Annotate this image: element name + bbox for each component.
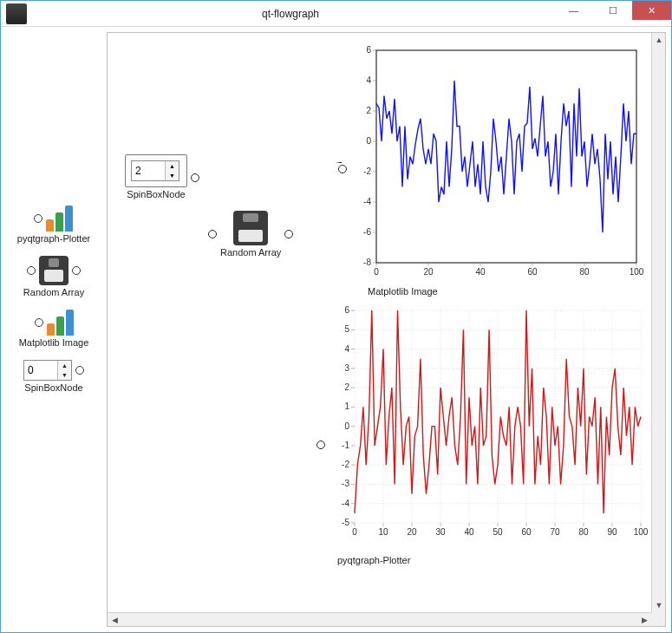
output-port[interactable] bbox=[191, 173, 199, 182]
svg-text:80: 80 bbox=[578, 527, 589, 537]
floppy-disk-icon bbox=[39, 256, 69, 285]
port-icon bbox=[35, 318, 43, 327]
port-icon bbox=[27, 266, 36, 275]
spin-down[interactable]: ▼ bbox=[166, 171, 179, 180]
port-icon bbox=[72, 266, 81, 275]
svg-text:-4: -4 bbox=[363, 197, 371, 206]
svg-text:-1: -1 bbox=[342, 440, 349, 450]
floppy-disk-icon bbox=[233, 211, 268, 245]
svg-text:6: 6 bbox=[344, 305, 349, 315]
vertical-scrollbar[interactable]: ▲ ▼ bbox=[651, 33, 665, 612]
bar-chart-icon bbox=[47, 310, 74, 336]
svg-text:40: 40 bbox=[475, 267, 486, 277]
palette-label: SpinBoxNode bbox=[24, 382, 82, 393]
svg-text:-5: -5 bbox=[342, 518, 349, 527]
svg-text:100: 100 bbox=[630, 267, 644, 277]
scroll-right-arrow[interactable]: ▶ bbox=[637, 613, 651, 627]
scroll-left-arrow[interactable]: ◀ bbox=[108, 613, 121, 627]
spinbox-widget[interactable]: ▲▼ bbox=[23, 360, 72, 381]
spin-up[interactable]: ▲ bbox=[166, 161, 179, 171]
svg-text:50: 50 bbox=[493, 527, 503, 537]
node-matplotlib-chart[interactable]: 020406080100-8-6-4-20246 Matplotlib Imag… bbox=[342, 42, 645, 284]
app-window: qt-flowgraph — ☐ ✕ pyqtgraph-Plotter bbox=[0, 0, 672, 633]
svg-text:2: 2 bbox=[344, 382, 349, 392]
svg-text:90: 90 bbox=[607, 527, 617, 537]
svg-text:20: 20 bbox=[423, 267, 434, 277]
svg-text:2: 2 bbox=[366, 106, 371, 115]
svg-text:70: 70 bbox=[550, 527, 560, 537]
spin-up[interactable]: ▲ bbox=[58, 361, 71, 370]
svg-text:10: 10 bbox=[378, 527, 388, 537]
svg-text:100: 100 bbox=[634, 527, 649, 537]
svg-text:0: 0 bbox=[352, 527, 357, 537]
palette-label: pyqtgraph-Plotter bbox=[17, 233, 90, 244]
spin-down[interactable]: ▼ bbox=[58, 370, 71, 380]
svg-text:40: 40 bbox=[464, 527, 474, 537]
node-label: pyqtgraph-Plotter bbox=[337, 555, 649, 565]
spinbox-value[interactable] bbox=[132, 161, 165, 180]
flowgraph-canvas[interactable]: ▲▼ SpinBoxNode Random Array bbox=[108, 33, 665, 626]
node-label: Random Array bbox=[220, 247, 281, 258]
output-port[interactable] bbox=[284, 230, 293, 238]
port-icon bbox=[75, 366, 84, 375]
svg-text:-3: -3 bbox=[342, 479, 349, 488]
svg-text:0: 0 bbox=[366, 136, 371, 146]
node-pyqtgraph-chart[interactable]: 0102030405060708090100-5-4-3-2-10123456 … bbox=[320, 302, 649, 553]
svg-text:0: 0 bbox=[374, 267, 379, 277]
connection-wires bbox=[108, 33, 368, 163]
palette-item-spinbox[interactable]: ▲▼ SpinBoxNode bbox=[23, 360, 84, 393]
node-spinbox[interactable]: ▲▼ SpinBoxNode bbox=[125, 154, 187, 199]
svg-text:-2: -2 bbox=[342, 460, 349, 469]
palette-item-matplotlib[interactable]: Matplotlib Image bbox=[19, 310, 89, 348]
input-port[interactable] bbox=[208, 230, 217, 238]
svg-text:-8: -8 bbox=[363, 258, 371, 267]
horizontal-scrollbar[interactable]: ◀ ▶ bbox=[108, 612, 651, 626]
titlebar[interactable]: qt-flowgraph — ☐ ✕ bbox=[1, 1, 671, 27]
node-label: Matplotlib Image bbox=[368, 286, 645, 297]
palette-item-pyqtgraph[interactable]: pyqtgraph-Plotter bbox=[17, 206, 90, 244]
input-port[interactable] bbox=[316, 440, 325, 449]
svg-text:4: 4 bbox=[344, 344, 349, 354]
spinbox-value[interactable] bbox=[24, 361, 57, 380]
svg-text:4: 4 bbox=[366, 75, 371, 85]
close-button[interactable]: ✕ bbox=[632, 1, 671, 20]
svg-text:20: 20 bbox=[407, 527, 417, 537]
canvas-container: ▲▼ SpinBoxNode Random Array bbox=[107, 32, 666, 627]
svg-text:60: 60 bbox=[521, 527, 532, 537]
scroll-up-arrow[interactable]: ▲ bbox=[652, 33, 666, 47]
node-random-array[interactable]: Random Array bbox=[220, 211, 281, 258]
maximize-button[interactable]: ☐ bbox=[593, 1, 632, 20]
svg-text:5: 5 bbox=[344, 324, 349, 334]
client-area: pyqtgraph-Plotter Random Array Matplotli… bbox=[1, 27, 671, 632]
svg-text:6: 6 bbox=[366, 45, 371, 55]
input-port[interactable] bbox=[338, 165, 347, 173]
svg-text:-2: -2 bbox=[363, 166, 371, 176]
svg-text:60: 60 bbox=[527, 267, 538, 277]
bar-chart-icon bbox=[46, 206, 73, 232]
svg-text:-6: -6 bbox=[363, 227, 371, 237]
node-label: SpinBoxNode bbox=[125, 189, 187, 199]
port-icon bbox=[34, 214, 42, 223]
palette-item-randomarray[interactable]: Random Array bbox=[23, 256, 84, 297]
svg-text:3: 3 bbox=[344, 363, 349, 373]
node-palette: pyqtgraph-Plotter Random Array Matplotli… bbox=[6, 32, 101, 627]
palette-label: Random Array bbox=[23, 287, 84, 297]
svg-text:1: 1 bbox=[344, 401, 349, 411]
app-icon bbox=[6, 3, 27, 24]
palette-label: Matplotlib Image bbox=[19, 337, 89, 348]
scroll-down-arrow[interactable]: ▼ bbox=[652, 598, 666, 612]
svg-text:-4: -4 bbox=[342, 499, 349, 508]
window-title: qt-flowgraph bbox=[27, 8, 554, 20]
svg-text:30: 30 bbox=[435, 527, 446, 537]
spinbox-widget[interactable]: ▲▼ bbox=[131, 160, 179, 181]
svg-text:80: 80 bbox=[579, 267, 590, 277]
svg-text:0: 0 bbox=[344, 421, 349, 431]
minimize-button[interactable]: — bbox=[554, 1, 593, 20]
